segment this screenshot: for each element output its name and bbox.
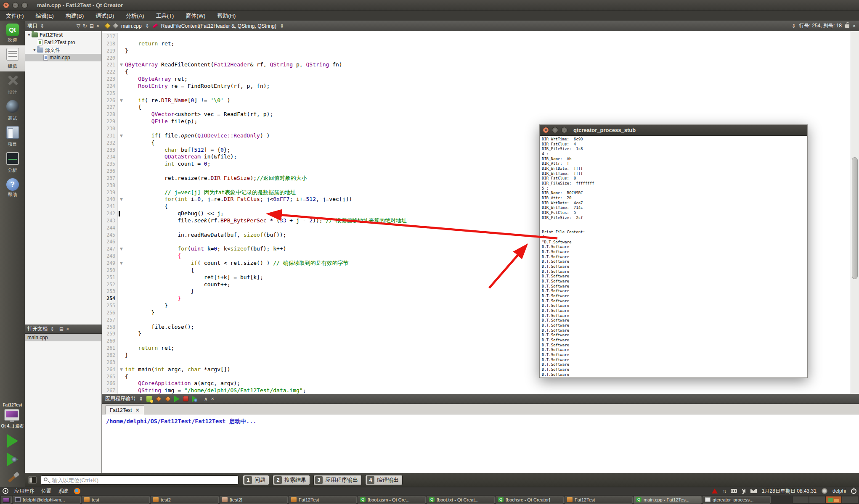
mode-item-help[interactable]: ?帮助: [0, 176, 25, 200]
nav-back-icon[interactable]: [104, 23, 111, 29]
output-combo-icon[interactable]: ⇕: [139, 396, 143, 401]
mode-item-welcome[interactable]: Qt欢迎: [0, 21, 25, 45]
fold-marker-icon[interactable]: ▼: [118, 61, 125, 69]
output-pane-button-search-results[interactable]: 2搜索结果: [273, 475, 310, 485]
output-close-icon[interactable]: ×: [211, 396, 214, 401]
output-maximize-icon[interactable]: ∧: [204, 396, 208, 401]
window-minimize-icon[interactable]: −: [12, 2, 19, 8]
stub-terminal-window[interactable]: ✕ − ▫ qtcreator_process_stub DIR_WrtTime…: [539, 124, 808, 378]
fold-marker-icon[interactable]: ▼: [118, 132, 125, 140]
stub-minimize-icon[interactable]: −: [552, 127, 558, 133]
output-tab-fat12test[interactable]: Fat12Test ✕: [105, 405, 144, 414]
output-pane-button-issues[interactable]: 1问题: [243, 475, 269, 485]
taskbar-window-2[interactable]: test2: [151, 496, 219, 504]
panel-menu-system[interactable]: 系统: [58, 488, 68, 495]
build-target-selector[interactable]: Fat12Test Qt 4...) 发布: [0, 403, 25, 483]
code-line-221[interactable]: 221▼QByteArray ReadFileContent(Fat12Head…: [102, 61, 859, 69]
panel-menu-places[interactable]: 位置: [41, 488, 51, 495]
expand-arrow-icon[interactable]: ▼: [27, 33, 32, 37]
file-combo-icon[interactable]: ⇕: [145, 24, 149, 29]
workspace-4[interactable]: [842, 496, 858, 504]
editor-scrollbar[interactable]: [851, 31, 859, 394]
code-line-228[interactable]: 228 QVector<ushort> vec = ReadFat(rf, p)…: [102, 111, 859, 118]
fold-marker-icon[interactable]: ▼: [118, 260, 125, 267]
code-line-225[interactable]: 225: [102, 90, 859, 97]
mode-item-debug[interactable]: 调试: [0, 98, 25, 124]
window-maximize-icon[interactable]: ▫: [21, 2, 28, 8]
taskbar-window-3[interactable]: [test2]: [220, 496, 288, 504]
sync-icon[interactable]: ↻: [83, 24, 87, 29]
menu-item-analyze[interactable]: 分析(A): [124, 11, 146, 21]
ubuntu-logo-icon[interactable]: [3, 488, 8, 494]
taskbar-window-1[interactable]: test: [82, 496, 150, 504]
tree-item-project-root[interactable]: ▼Fat12Test: [25, 31, 101, 39]
keyboard-icon[interactable]: [731, 489, 737, 493]
taskbar-window-8[interactable]: Fat12Test: [565, 496, 633, 504]
taskbar-window-9[interactable]: Qmain.cpp - Fat12Tes...: [634, 496, 702, 504]
code-line-227[interactable]: 227 {: [102, 104, 859, 111]
network-icon[interactable]: ↑↓: [723, 488, 726, 493]
clock[interactable]: 1月28日星期日 08:43:31: [762, 488, 817, 495]
close-pane-icon[interactable]: ×: [96, 24, 99, 29]
taskbar-window-7[interactable]: Q[bochsrc - Qt Creator]: [496, 496, 564, 504]
show-desktop-button[interactable]: [1, 496, 12, 504]
code-line-224[interactable]: 224 RootEntry re = FindRootEntry(rf, p, …: [102, 83, 859, 90]
mode-item-edit[interactable]: 编辑: [0, 45, 25, 71]
menu-item-edit[interactable]: 编辑(E): [34, 11, 56, 21]
mode-item-analyze[interactable]: 分析: [0, 150, 25, 176]
build-hammer-button[interactable]: [6, 472, 19, 483]
code-line-220[interactable]: 220: [102, 55, 859, 62]
debug-run-button[interactable]: [7, 453, 18, 466]
tree-item-main-cpp[interactable]: main.cpp: [25, 54, 101, 61]
code-line-266[interactable]: 266 QCoreApplication a(argc, argv);: [102, 380, 859, 387]
fold-marker-icon[interactable]: ▼: [118, 366, 125, 373]
fold-marker-icon[interactable]: ▼: [118, 245, 125, 253]
code-line-222[interactable]: 222{: [102, 69, 859, 76]
code-line-219[interactable]: 219}: [102, 47, 859, 55]
menu-item-help[interactable]: 帮助(H): [215, 11, 237, 21]
open-document-item[interactable]: main.cpp: [25, 334, 101, 341]
workspace-3-current[interactable]: [825, 496, 842, 504]
taskbar-window-4[interactable]: Fat12Test: [289, 496, 357, 504]
code-line-223[interactable]: 223 QByteArray ret;: [102, 76, 859, 83]
power-icon[interactable]: [851, 488, 856, 494]
taskbar-window-0[interactable]: [delphi@delphi-vm...: [13, 496, 81, 504]
next-item-icon[interactable]: [165, 396, 171, 401]
menu-item-file[interactable]: 文件(F): [4, 11, 26, 21]
workspace-1[interactable]: [793, 496, 809, 504]
filter-icon[interactable]: ▽: [77, 24, 80, 29]
user-menu[interactable]: delphi: [832, 488, 846, 494]
run-button[interactable]: [7, 434, 18, 448]
output-pane-button-compile-output[interactable]: 4编译输出: [365, 475, 403, 485]
stub-window-titlebar[interactable]: ✕ − ▫ qtcreator_process_stub: [540, 125, 807, 136]
workspace-2[interactable]: [809, 496, 825, 504]
menu-item-build[interactable]: 构建(B): [64, 11, 85, 21]
tree-item-pro-file[interactable]: Fat12Test.pro: [25, 39, 101, 46]
stub-close-icon[interactable]: ✕: [543, 127, 549, 133]
stub-maximize-icon[interactable]: ▫: [561, 127, 567, 133]
menu-item-debug[interactable]: 调试(D): [94, 11, 116, 21]
code-line-218[interactable]: 218 return ret;: [102, 40, 859, 47]
open-file-dropdown[interactable]: main.cpp: [121, 23, 142, 29]
code-line-267[interactable]: 267 QString img = "/home/delphi/OS/Fat12…: [102, 387, 859, 394]
pane-combo-icon[interactable]: ⇕: [40, 24, 44, 29]
editor-close-icon[interactable]: ×: [853, 24, 856, 29]
symbol-combo-icon[interactable]: ⇕: [280, 24, 284, 29]
fold-marker-icon[interactable]: ▼: [118, 196, 125, 203]
fold-marker-icon[interactable]: ▼: [118, 97, 125, 104]
menu-item-tools[interactable]: 工具(T): [154, 11, 176, 21]
tree-item-source-folder[interactable]: ▼源文件: [25, 46, 101, 54]
code-line-217[interactable]: 217: [102, 33, 859, 40]
mail-icon[interactable]: [750, 489, 757, 493]
attach-debugger-icon[interactable]: [192, 396, 197, 402]
split-pane-icon[interactable]: ⊟: [90, 24, 94, 29]
volume-icon[interactable]: [742, 489, 745, 493]
editor-split-combo-icon[interactable]: ⇕: [792, 24, 796, 29]
locator-input[interactable]: [41, 475, 239, 485]
output-tab-close-icon[interactable]: ✕: [135, 407, 140, 413]
expand-arrow-icon[interactable]: ▼: [32, 48, 37, 52]
window-close-icon[interactable]: ✕: [3, 2, 9, 8]
panel-menu-applications[interactable]: 应用程序: [14, 488, 34, 495]
taskbar-window-5[interactable]: Q[boot.asm - Qt Cre...: [358, 496, 426, 504]
sidebar-toggle-icon[interactable]: [28, 476, 37, 484]
